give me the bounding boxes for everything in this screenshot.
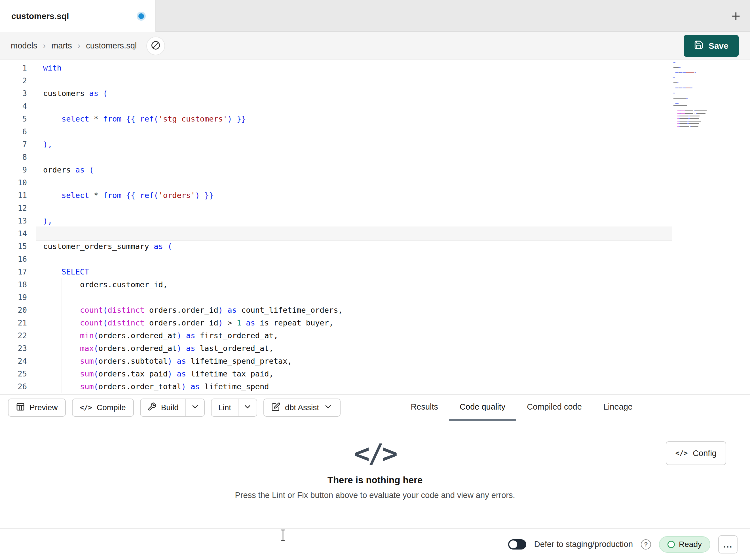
line-number: 1 — [0, 61, 36, 74]
line-number: 10 — [0, 176, 36, 189]
minimap-line — [673, 87, 716, 88]
line-number: 6 — [0, 125, 36, 138]
unsaved-changes-dot — [138, 13, 144, 19]
code-editor[interactable]: 1with23customers as (45 select * from {{… — [0, 60, 750, 394]
code-icon: </> — [80, 403, 92, 412]
code-line[interactable]: 16 — [0, 253, 750, 265]
code-line-text: with — [36, 61, 672, 74]
minimap-line — [673, 82, 716, 83]
code-line[interactable]: 19 — [0, 291, 750, 304]
code-line[interactable]: 13), — [0, 214, 750, 227]
compile-button[interactable]: </> Compile — [72, 398, 134, 417]
lint-button[interactable]: Lint — [212, 399, 238, 416]
code-line-text: customers as ( — [36, 87, 672, 100]
minimap-line — [673, 116, 716, 117]
help-icon[interactable]: ? — [641, 539, 651, 549]
code-line[interactable]: 12 — [0, 202, 750, 214]
toggle-knob — [509, 540, 517, 548]
code-line[interactable]: 7), — [0, 138, 750, 151]
minimap-line — [673, 98, 716, 99]
line-number: 22 — [0, 329, 36, 342]
minimap-line — [673, 108, 716, 109]
dbt-assist-button-label: dbt Assist — [285, 403, 319, 412]
build-button[interactable]: Build — [141, 399, 185, 416]
result-panel: </> There is nothing here Press the Lint… — [0, 421, 750, 528]
code-line[interactable]: 20 count(distinct orders.order_id) as co… — [0, 304, 750, 316]
config-button[interactable]: </> Config — [666, 441, 726, 465]
code-line[interactable]: 24 sum(orders.subtotal) as lifetime_spen… — [0, 355, 750, 367]
code-line[interactable]: 17 SELECT — [0, 265, 750, 278]
line-number: 19 — [0, 291, 36, 304]
code-line[interactable]: 11 select * from {{ ref('orders') }} — [0, 189, 750, 202]
line-number: 23 — [0, 342, 36, 355]
line-number: 5 — [0, 112, 36, 125]
code-line-text: min(orders.ordered_at) as first_ordered_… — [36, 329, 672, 342]
code-line[interactable]: 18 orders.customer_id, — [0, 278, 750, 291]
circle-slash-icon — [151, 40, 161, 51]
minimap[interactable] — [673, 62, 716, 128]
code-line[interactable]: 21 count(distinct orders.order_id) > 1 a… — [0, 316, 750, 329]
minimap-line — [673, 67, 716, 68]
line-number: 21 — [0, 316, 36, 329]
code-line[interactable]: 14 — [0, 227, 750, 240]
dbt-ide-app: customers.sql + models › marts › custome… — [0, 0, 750, 560]
defer-toggle[interactable] — [508, 539, 526, 549]
code-line-text: select * from {{ ref('orders') }} — [36, 189, 672, 202]
breadcrumb-item-customers-sql[interactable]: customers.sql — [86, 41, 137, 50]
file-state-button[interactable] — [147, 37, 164, 55]
save-button[interactable]: Save — [684, 35, 739, 57]
code-line-text — [36, 74, 672, 87]
breadcrumb-item-models[interactable]: models — [11, 41, 37, 50]
panel-tab-results[interactable]: Results — [400, 395, 449, 421]
breadcrumb-item-marts[interactable]: marts — [51, 41, 72, 50]
code-line-text: count(distinct orders.order_id) as count… — [36, 304, 672, 316]
line-number: 18 — [0, 278, 36, 291]
table-icon — [16, 402, 25, 413]
minimap-line — [673, 65, 716, 65]
panel-tab-code-quality[interactable]: Code quality — [449, 395, 516, 421]
code-line[interactable]: 4 — [0, 100, 750, 112]
dbt-assist-button[interactable]: dbt Assist — [263, 398, 340, 417]
minimap-line — [673, 118, 716, 119]
code-line[interactable]: 25 sum(orders.tax_paid) as lifetime_tax_… — [0, 367, 750, 380]
panel-tab-compiled-code[interactable]: Compiled code — [516, 395, 592, 421]
code-line[interactable]: 8 — [0, 151, 750, 163]
line-number: 12 — [0, 202, 36, 214]
line-number: 15 — [0, 240, 36, 253]
minimap-line — [673, 105, 716, 106]
minimap-line — [673, 103, 716, 104]
code-line[interactable]: 5 select * from {{ ref('stg_customers') … — [0, 112, 750, 125]
preview-button[interactable]: Preview — [8, 398, 66, 417]
code-line[interactable]: 22 min(orders.ordered_at) as first_order… — [0, 329, 750, 342]
code-line[interactable]: 3customers as ( — [0, 87, 750, 100]
code-line[interactable]: 10 — [0, 176, 750, 189]
defer-label: Defer to staging/production — [534, 540, 633, 549]
new-tab-button[interactable]: + — [731, 8, 741, 23]
line-number: 8 — [0, 151, 36, 163]
minimap-line — [673, 72, 716, 73]
lint-dropdown-button[interactable] — [238, 399, 257, 416]
tab-title: customers.sql — [11, 11, 69, 21]
code-line[interactable]: 23 max(orders.ordered_at) as last_ordere… — [0, 342, 750, 355]
code-line[interactable]: 6 — [0, 125, 750, 138]
build-dropdown-button[interactable] — [185, 399, 204, 416]
code-line[interactable]: 15customer_orders_summary as ( — [0, 240, 750, 253]
code-line[interactable]: 9orders as ( — [0, 163, 750, 176]
code-lines: 1with23customers as (45 select * from {{… — [0, 61, 750, 393]
code-line[interactable]: 1with — [0, 61, 750, 74]
line-number: 17 — [0, 265, 36, 278]
chevron-down-icon — [323, 402, 333, 413]
code-line-text: sum(orders.tax_paid) as lifetime_tax_pai… — [36, 367, 672, 380]
line-number: 26 — [0, 380, 36, 393]
more-options-button[interactable]: … — [718, 535, 737, 554]
code-line[interactable]: 26 sum(orders.order_total) as lifetime_s… — [0, 380, 750, 393]
code-line-text — [36, 253, 672, 265]
code-line-text — [36, 291, 672, 304]
tab-customers-sql[interactable]: customers.sql — [0, 0, 156, 32]
panel-tab-lineage[interactable]: Lineage — [593, 395, 644, 421]
line-number: 7 — [0, 138, 36, 151]
code-line[interactable]: 2 — [0, 74, 750, 87]
minimap-line — [673, 80, 716, 81]
ready-status-badge[interactable]: Ready — [659, 536, 710, 553]
line-number: 25 — [0, 367, 36, 380]
